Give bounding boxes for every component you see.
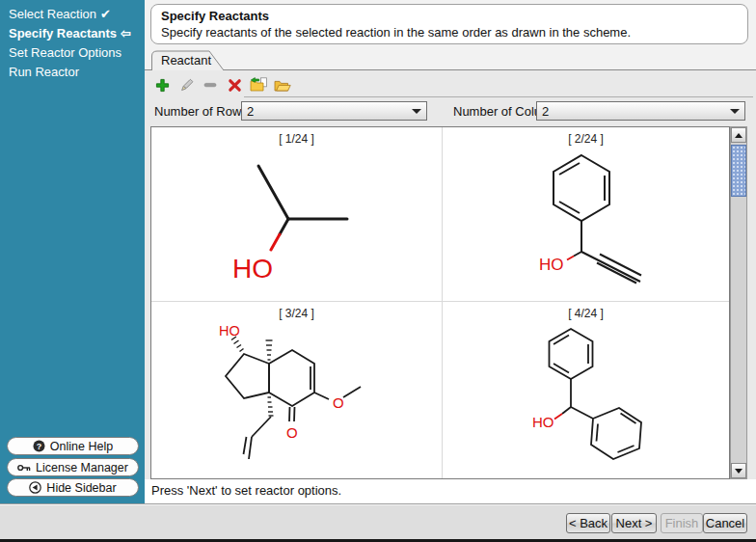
- hide-sidebar-label: Hide Sidebar: [46, 481, 116, 495]
- step-label: Select Reaction: [9, 7, 96, 21]
- reactant-cell-2[interactable]: [ 2/24 ] HO: [443, 127, 729, 301]
- step-run-reactor[interactable]: Run Reactor: [9, 63, 131, 82]
- license-manager-button[interactable]: License Manager: [7, 458, 139, 476]
- tab-reactant[interactable]: Reactant: [151, 50, 229, 70]
- step-specify-reactants[interactable]: Specify Reactants⇦: [9, 24, 131, 43]
- edit-structure-button[interactable]: [176, 76, 197, 94]
- molecule-structure: HO: [443, 302, 729, 478]
- chevron-down-icon: [412, 109, 421, 114]
- atom-label-o-methoxy: O: [333, 394, 344, 411]
- open-folder-icon: [274, 78, 291, 93]
- delete-all-button[interactable]: [224, 76, 245, 94]
- reactant-cell-3[interactable]: [ 3/24 ]: [151, 302, 442, 478]
- chevron-down-icon: [730, 109, 740, 114]
- scroll-down-button[interactable]: [731, 463, 746, 478]
- atom-label-oh: HO: [539, 256, 564, 274]
- add-structure-button[interactable]: [151, 76, 173, 94]
- wizard-sidebar: Select Reaction✔ Specify Reactants⇦ Set …: [0, 0, 145, 503]
- toolbar-separator: [244, 96, 753, 97]
- page-description: Specify reactants of the selected reacti…: [161, 25, 738, 40]
- wizard-footer: < Back Next > Finish Cancel: [0, 503, 756, 539]
- arrow-up-icon: [735, 133, 742, 138]
- scroll-up-button[interactable]: [731, 127, 746, 143]
- arrow-down-icon: [735, 469, 742, 474]
- step-label: Specify Reactants: [9, 26, 117, 41]
- status-bar: Press 'Next' to set reactor options.: [145, 479, 756, 503]
- hide-sidebar-icon: [29, 481, 41, 494]
- step-label: Run Reactor: [9, 65, 79, 79]
- molecule-structure: HO: [443, 127, 729, 301]
- scrollbar-thumb[interactable]: [731, 145, 746, 197]
- edit-pencil-icon: [178, 77, 195, 94]
- rows-label: Number of Rows: [154, 104, 248, 119]
- reactant-toolbar: [151, 75, 293, 95]
- import-icon: [250, 77, 268, 93]
- add-icon: [155, 78, 170, 93]
- remove-minus-icon: [203, 78, 217, 92]
- remove-structure-button[interactable]: [200, 76, 221, 94]
- step-set-reactor-options[interactable]: Set Reactor Options: [9, 43, 131, 63]
- wizard-header: Specify Reactants Specify reactants of t…: [150, 4, 748, 44]
- tab-reactant-label: Reactant: [161, 53, 211, 68]
- key-icon: [17, 462, 31, 474]
- open-file-button[interactable]: [272, 76, 293, 94]
- rows-combobox[interactable]: 2: [241, 101, 427, 121]
- atom-label-oh: HO: [232, 254, 273, 284]
- reactant-grid: [ 1/24 ] HO [ 2/24 ]: [150, 126, 730, 479]
- license-manager-label: License Manager: [36, 461, 128, 474]
- check-icon: ✔: [100, 7, 111, 21]
- help-icon: ?: [33, 440, 45, 452]
- back-button[interactable]: < Back: [566, 513, 610, 533]
- molecule-structure: HO: [151, 127, 442, 301]
- delete-x-icon: [228, 78, 242, 93]
- grid-scrollbar[interactable]: [730, 126, 747, 479]
- current-step-arrow-icon: ⇦: [121, 26, 131, 41]
- next-button[interactable]: Next >: [611, 513, 657, 533]
- svg-text:?: ?: [37, 442, 42, 451]
- molecule-structure: HO O O: [151, 302, 442, 478]
- reactant-cell-1[interactable]: [ 1/24 ] HO: [151, 127, 442, 301]
- step-select-reaction[interactable]: Select Reaction✔: [9, 5, 131, 24]
- online-help-label: Online Help: [50, 440, 113, 453]
- hide-sidebar-button[interactable]: Hide Sidebar: [7, 478, 139, 497]
- page-title: Specify Reactants: [161, 9, 738, 23]
- reactant-cell-4[interactable]: [ 4/24 ] HO: [443, 302, 729, 478]
- columns-value: 2: [542, 104, 549, 119]
- finish-button: Finish: [661, 513, 703, 533]
- online-help-button[interactable]: ? Online Help: [7, 437, 139, 455]
- columns-combobox[interactable]: 2: [536, 101, 745, 121]
- wizard-steps: Select Reaction✔ Specify Reactants⇦ Set …: [9, 5, 131, 82]
- cancel-button[interactable]: Cancel: [703, 513, 747, 533]
- step-label: Set Reactor Options: [9, 45, 122, 60]
- atom-label-o-ketone: O: [286, 424, 298, 441]
- atom-label-oh: HO: [532, 414, 554, 430]
- atom-label-oh: HO: [219, 323, 240, 339]
- import-structures-button[interactable]: [248, 76, 269, 94]
- rows-value: 2: [247, 104, 254, 119]
